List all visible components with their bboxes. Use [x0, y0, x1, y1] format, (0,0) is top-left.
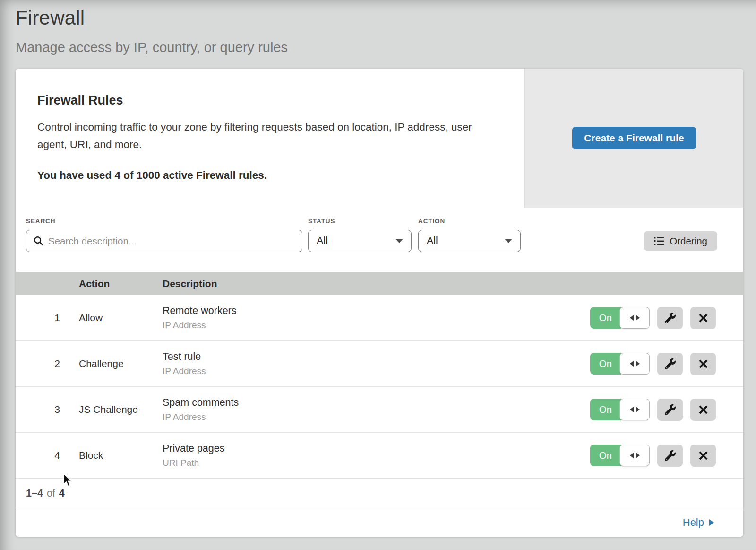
- toggle-knob[interactable]: [619, 399, 650, 420]
- close-icon: [698, 405, 708, 415]
- delete-rule-button[interactable]: [690, 399, 716, 421]
- page-subtitle: Manage access by IP, country, or query r…: [16, 40, 756, 55]
- rules-intro-text: Firewall Rules Control incoming traffic …: [16, 69, 524, 208]
- rule-priority: 1: [16, 312, 68, 323]
- pagination-total: 4: [59, 488, 65, 499]
- rule-match-type: IP Address: [163, 366, 540, 376]
- search-input[interactable]: [26, 230, 302, 252]
- action-filter-group: ACTION All: [418, 218, 521, 252]
- close-icon: [698, 313, 708, 323]
- rule-description-cell: Spam comments IP Address: [151, 397, 540, 422]
- rule-enabled-toggle[interactable]: On: [590, 399, 650, 420]
- delete-rule-button[interactable]: [690, 353, 716, 375]
- rule-description: Remote workers: [163, 305, 540, 317]
- edit-rule-button[interactable]: [657, 399, 683, 421]
- rule-description: Spam comments: [163, 397, 540, 409]
- edit-rule-button[interactable]: [657, 307, 683, 329]
- table-header-row: Action Description: [16, 272, 743, 295]
- chevron-down-icon: [505, 239, 512, 243]
- delete-rule-button[interactable]: [690, 307, 716, 329]
- rule-enabled-toggle[interactable]: On: [590, 353, 650, 375]
- rule-action: JS Challenge: [68, 404, 151, 415]
- status-label: STATUS: [308, 218, 412, 225]
- help-arrow-icon: [709, 519, 714, 526]
- rules-usage-note: You have used 4 of 1000 active Firewall …: [37, 169, 496, 182]
- close-icon: [698, 359, 708, 369]
- arrow-left-icon: [630, 315, 634, 321]
- firewall-rules-card: Firewall Rules Control incoming traffic …: [16, 69, 743, 537]
- create-firewall-rule-button[interactable]: Create a Firewall rule: [572, 127, 696, 149]
- rule-action: Challenge: [68, 358, 151, 369]
- rules-heading: Firewall Rules: [37, 93, 496, 108]
- rule-match-type: IP Address: [163, 412, 540, 422]
- status-filter-group: STATUS All: [308, 218, 412, 252]
- rule-controls: On: [540, 445, 743, 467]
- rule-controls: On: [540, 399, 743, 421]
- toggle-knob[interactable]: [619, 307, 650, 329]
- column-description: Description: [151, 278, 540, 289]
- rule-enabled-toggle[interactable]: On: [590, 307, 650, 329]
- page-header: Firewall Manage access by IP, country, o…: [16, 7, 756, 55]
- rule-enabled-toggle[interactable]: On: [590, 445, 650, 466]
- edit-rule-button[interactable]: [657, 353, 683, 375]
- toggle-knob[interactable]: [619, 445, 650, 466]
- action-selected-value: All: [427, 235, 438, 247]
- rule-controls: On: [540, 307, 743, 329]
- pagination: 1–4 of 4: [16, 479, 743, 508]
- rules-description: Control incoming traffic to your zone by…: [37, 118, 486, 153]
- chevron-down-icon: [395, 239, 403, 243]
- edit-rule-button[interactable]: [657, 445, 683, 467]
- rule-description-cell: Test rule IP Address: [151, 351, 540, 376]
- toggle-on-label: On: [590, 445, 621, 466]
- wrench-icon: [665, 313, 676, 323]
- wrench-icon: [665, 358, 676, 369]
- search-label: SEARCH: [26, 218, 302, 225]
- toggle-on-label: On: [590, 353, 621, 375]
- arrow-right-icon: [636, 361, 640, 367]
- table-row: 2 Challenge Test rule IP Address On: [16, 341, 743, 387]
- rule-description: Test rule: [163, 351, 540, 363]
- rule-description-cell: Private pages URI Path: [151, 443, 540, 468]
- action-label: ACTION: [418, 218, 521, 225]
- rule-description-cell: Remote workers IP Address: [151, 305, 540, 331]
- arrow-left-icon: [630, 361, 634, 367]
- rule-description: Private pages: [163, 443, 540, 454]
- viewport: Firewall Manage access by IP, country, o…: [0, 0, 756, 550]
- arrow-right-icon: [636, 407, 640, 412]
- rules-intro-section: Firewall Rules Control incoming traffic …: [16, 69, 743, 208]
- ordering-button-label: Ordering: [670, 236, 707, 247]
- status-selected-value: All: [317, 235, 328, 247]
- rule-match-type: IP Address: [163, 320, 540, 331]
- wrench-icon: [665, 450, 676, 461]
- arrow-right-icon: [636, 315, 640, 321]
- rule-priority: 4: [16, 450, 68, 461]
- toggle-on-label: On: [590, 399, 621, 420]
- pagination-of: of: [47, 488, 55, 499]
- help-footer: Help: [16, 508, 743, 537]
- status-select[interactable]: All: [308, 230, 412, 252]
- rule-priority: 2: [16, 358, 68, 369]
- table-row: 3 JS Challenge Spam comments IP Address …: [16, 387, 743, 433]
- arrow-left-icon: [630, 453, 634, 458]
- toggle-on-label: On: [590, 307, 621, 329]
- rule-match-type: URI Path: [163, 458, 540, 468]
- table-row: 1 Allow Remote workers IP Address On: [16, 295, 743, 341]
- arrow-right-icon: [636, 453, 640, 458]
- rule-action: Block: [68, 450, 151, 461]
- wrench-icon: [665, 404, 676, 415]
- column-action: Action: [68, 278, 151, 289]
- delete-rule-button[interactable]: [690, 445, 716, 467]
- search-field-group: SEARCH: [26, 218, 302, 252]
- search-input-wrapper: [26, 230, 302, 252]
- filter-bar: SEARCH STATUS All ACTION: [16, 208, 743, 272]
- rule-controls: On: [540, 353, 743, 375]
- page-title: Firewall: [16, 7, 756, 29]
- ordering-button[interactable]: Ordering: [644, 231, 717, 251]
- toggle-knob[interactable]: [619, 353, 650, 375]
- rule-priority: 3: [16, 404, 68, 415]
- help-link[interactable]: Help: [683, 516, 714, 529]
- action-select[interactable]: All: [418, 230, 521, 252]
- close-icon: [698, 451, 708, 461]
- arrow-left-icon: [630, 407, 634, 412]
- help-link-label: Help: [683, 516, 704, 529]
